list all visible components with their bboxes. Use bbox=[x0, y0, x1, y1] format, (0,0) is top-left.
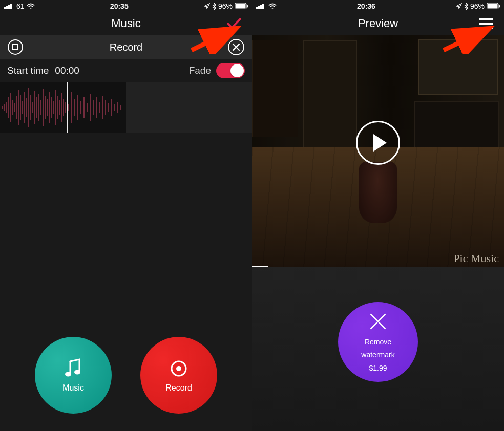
location-icon bbox=[456, 3, 462, 9]
status-bar: 20:36 96% bbox=[252, 0, 504, 12]
page-title: Preview bbox=[358, 17, 398, 30]
wifi-icon bbox=[268, 3, 277, 9]
waveform-clip bbox=[0, 82, 126, 133]
play-icon bbox=[373, 134, 387, 152]
record-label: Record bbox=[110, 41, 142, 53]
record-dot-icon bbox=[170, 358, 188, 379]
purchase-area: Remove watermark $1.99 bbox=[252, 302, 504, 382]
location-icon bbox=[204, 3, 210, 9]
music-note-icon bbox=[62, 358, 85, 379]
play-button[interactable] bbox=[356, 121, 400, 165]
phone-preview-screen: 20:36 96% Preview bbox=[252, 0, 504, 431]
svg-rect-72 bbox=[499, 5, 500, 8]
svg-point-9 bbox=[8, 40, 23, 54]
svg-rect-10 bbox=[13, 45, 18, 50]
svg-rect-5 bbox=[235, 4, 245, 9]
fade-label: Fade bbox=[189, 65, 211, 76]
svg-point-65 bbox=[176, 366, 181, 371]
record-button[interactable]: Record bbox=[140, 337, 217, 414]
battery-percent: 96% bbox=[218, 2, 233, 10]
battery-percent: 96% bbox=[470, 2, 485, 10]
clip-indicator-icon[interactable] bbox=[7, 39, 24, 55]
phone-music-screen: 61 20:35 96% Music bbox=[0, 0, 252, 431]
close-icon bbox=[368, 311, 388, 332]
remove-watermark-line2: watermark bbox=[361, 351, 394, 360]
svg-rect-69 bbox=[262, 4, 264, 9]
svg-rect-1 bbox=[6, 6, 8, 9]
svg-line-74 bbox=[444, 30, 487, 50]
svg-rect-67 bbox=[258, 6, 260, 9]
music-button-label: Music bbox=[62, 383, 84, 393]
waveform-timeline[interactable] bbox=[0, 82, 252, 133]
status-bar: 61 20:35 96% bbox=[0, 0, 252, 12]
status-left: 61 bbox=[4, 2, 35, 10]
timeline-empty bbox=[126, 82, 252, 133]
time-row: Start time 00:00 Fade bbox=[0, 59, 252, 82]
annotation-arrow bbox=[188, 26, 244, 54]
playhead[interactable] bbox=[67, 82, 68, 133]
signal-icon bbox=[4, 3, 14, 9]
start-time-value: 00:00 bbox=[55, 65, 79, 76]
svg-point-63 bbox=[74, 370, 80, 375]
record-button-label: Record bbox=[165, 383, 192, 393]
battery-icon bbox=[487, 3, 500, 9]
svg-point-62 bbox=[65, 372, 71, 377]
carrier-text: 61 bbox=[16, 2, 25, 10]
svg-rect-68 bbox=[260, 5, 262, 9]
bluetooth-icon bbox=[212, 3, 216, 10]
status-time: 20:36 bbox=[357, 2, 375, 10]
video-preview[interactable]: Pic Music bbox=[252, 35, 504, 269]
toggle-knob bbox=[230, 64, 244, 77]
status-time: 20:35 bbox=[110, 2, 129, 10]
svg-line-8 bbox=[192, 30, 234, 50]
svg-rect-6 bbox=[247, 5, 248, 8]
status-right: 96% bbox=[204, 2, 248, 10]
status-right: 96% bbox=[456, 2, 500, 10]
fade-toggle[interactable] bbox=[216, 63, 245, 78]
remove-watermark-button[interactable]: Remove watermark $1.99 bbox=[338, 302, 418, 382]
wifi-icon bbox=[27, 3, 35, 9]
remove-watermark-price: $1.99 bbox=[369, 364, 387, 373]
status-left bbox=[256, 3, 277, 9]
svg-rect-3 bbox=[10, 4, 12, 9]
music-button[interactable]: Music bbox=[35, 337, 112, 414]
waveform-icon bbox=[0, 82, 126, 133]
svg-rect-0 bbox=[4, 7, 6, 9]
page-title: Music bbox=[111, 17, 140, 30]
svg-rect-71 bbox=[488, 4, 498, 9]
signal-icon bbox=[256, 3, 266, 9]
bluetooth-icon bbox=[464, 3, 468, 10]
bottom-actions: Music Record bbox=[0, 337, 252, 414]
remove-watermark-line1: Remove bbox=[365, 338, 391, 347]
start-time-label: Start time bbox=[7, 65, 49, 76]
svg-rect-2 bbox=[8, 5, 10, 9]
annotation-arrow bbox=[440, 26, 497, 54]
battery-icon bbox=[235, 3, 248, 9]
watermark-text: Pic Music bbox=[453, 252, 499, 265]
svg-rect-66 bbox=[256, 7, 258, 9]
